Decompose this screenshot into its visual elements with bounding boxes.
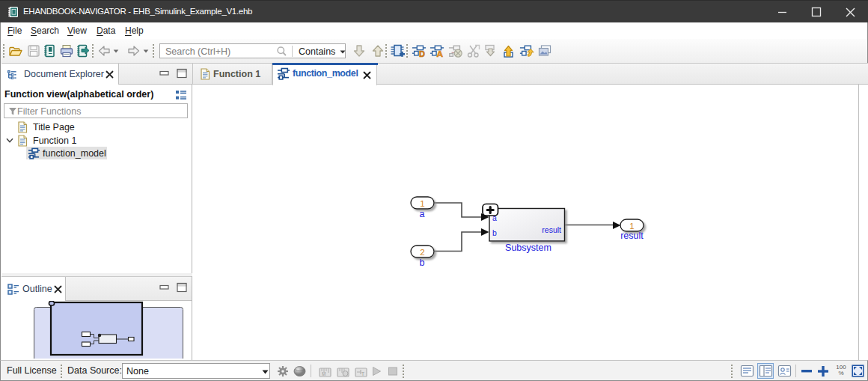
svg-text:b: b	[420, 257, 425, 268]
svg-text:A: A	[437, 49, 444, 58]
svg-text:result: result	[620, 231, 644, 241]
svg-text:1: 1	[629, 222, 634, 231]
svg-text:a: a	[420, 209, 425, 219]
svg-text:T: T	[361, 371, 364, 377]
svg-text:Subsystem: Subsystem	[505, 243, 551, 253]
svg-text:a: a	[492, 213, 497, 222]
svg-text:D: D	[419, 49, 425, 58]
svg-text:M: M	[322, 371, 326, 377]
svg-text:2: 2	[420, 248, 424, 257]
svg-text:b: b	[492, 228, 497, 237]
svg-text:result: result	[542, 225, 561, 234]
svg-text:1: 1	[420, 199, 424, 208]
